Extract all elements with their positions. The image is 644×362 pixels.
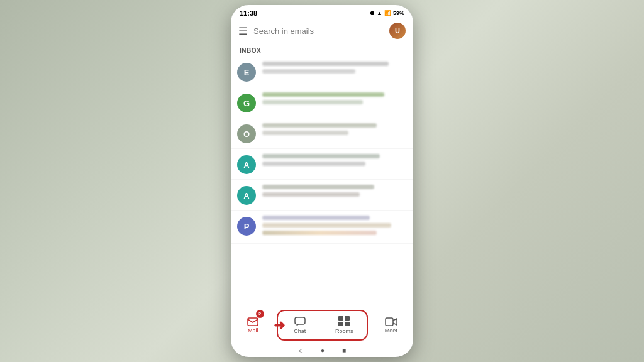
menu-icon[interactable]: ☰	[238, 25, 247, 37]
email-preview-line	[262, 162, 365, 166]
email-avatar: E	[237, 63, 256, 82]
email-item[interactable]: A	[231, 180, 413, 211]
mail-label: Mail	[248, 327, 258, 334]
email-content	[262, 154, 406, 169]
email-preview-line	[262, 223, 391, 228]
nav-rooms[interactable]: Rooms	[322, 316, 367, 334]
nav-mail[interactable]: 2 Mail	[231, 307, 275, 343]
record-icon: ⏺	[369, 10, 375, 16]
email-item[interactable]: O	[231, 118, 413, 149]
recent-button[interactable]: ■	[342, 347, 346, 354]
email-avatar: A	[237, 155, 256, 174]
email-item[interactable]: P	[231, 211, 413, 244]
wifi-icon: ▲	[377, 10, 382, 16]
signal-icon: 📶	[384, 10, 391, 16]
email-content	[262, 185, 406, 200]
nav-chat-rooms-group: Chat Rooms	[277, 310, 368, 341]
email-item[interactable]: E	[231, 57, 413, 87]
email-preview-line	[262, 69, 355, 74]
meet-label: Meet	[385, 327, 397, 334]
email-subject-line	[262, 216, 370, 220]
back-button[interactable]: ◁	[298, 347, 303, 354]
home-button[interactable]: ●	[321, 347, 325, 354]
email-extra-line	[262, 231, 377, 235]
email-item[interactable]: G	[231, 87, 413, 118]
phone-frame: 11:38 ⏺ ▲ 📶 59% ☰ Search in emails U INB…	[231, 5, 413, 357]
nav-chat[interactable]: Chat	[278, 317, 323, 334]
email-content	[262, 62, 406, 77]
email-list: EGOAAP	[231, 57, 413, 307]
system-nav: ◁ ● ■	[231, 343, 413, 357]
email-preview-line	[262, 100, 363, 104]
email-subject-line	[262, 62, 389, 66]
email-preview-line	[262, 131, 348, 135]
nav-meet[interactable]: Meet	[369, 307, 414, 343]
status-time: 11:38	[240, 9, 257, 17]
rooms-label: Rooms	[335, 328, 353, 334]
email-subject-line	[262, 123, 377, 128]
email-avatar: A	[237, 186, 256, 205]
email-content	[262, 216, 406, 238]
rooms-icon	[338, 316, 350, 326]
svg-rect-0	[248, 318, 258, 326]
search-bar: ☰ Search in emails U	[231, 19, 413, 43]
svg-rect-1	[295, 317, 305, 324]
status-icons: ⏺ ▲ 📶 59%	[369, 10, 404, 16]
mail-badge: 2	[256, 310, 264, 318]
email-subject-line	[262, 92, 384, 97]
email-avatar: G	[237, 94, 256, 112]
svg-rect-2	[386, 318, 393, 326]
email-subject-line	[262, 154, 380, 158]
email-avatar: O	[237, 124, 256, 143]
meet-icon	[385, 317, 397, 326]
email-item[interactable]: A	[231, 149, 413, 180]
chat-label: Chat	[294, 328, 306, 334]
bottom-nav: 2 Mail ➜ Chat	[231, 307, 413, 343]
battery-percent: 59%	[393, 10, 404, 16]
mail-icon	[247, 317, 258, 326]
user-avatar[interactable]: U	[389, 23, 406, 39]
email-content	[262, 123, 406, 138]
email-subject-line	[262, 185, 374, 189]
email-content	[262, 92, 406, 107]
chat-icon	[294, 317, 306, 327]
email-preview-line	[262, 192, 360, 197]
inbox-label: INBOX	[231, 43, 413, 57]
status-bar: 11:38 ⏺ ▲ 📶 59%	[231, 5, 413, 19]
email-avatar: P	[237, 217, 256, 236]
search-input[interactable]: Search in emails	[253, 26, 383, 36]
